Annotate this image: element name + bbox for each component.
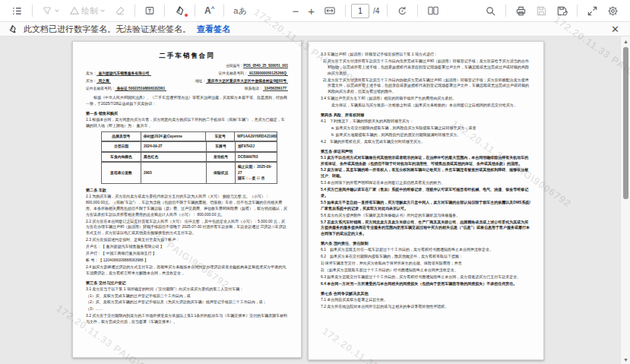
search-button[interactable]	[481, 3, 500, 19]
party-row-id: 证件名称及号码：身份证 500225198806182361 联系电话：1345…	[86, 86, 288, 92]
two-page-view-button[interactable]	[423, 3, 443, 18]
text-box-icon	[144, 5, 155, 16]
two-page-view-icon	[427, 5, 439, 16]
paragraph-line: 第六条 违约责任、责任限制	[321, 240, 531, 246]
signature-notification-bar: 此文档已进行数字签名。无法验证某些签名。 查看签名 ✕	[0, 22, 630, 36]
table-value: 浙F97H2J	[236, 142, 277, 152]
scrollbar[interactable]: ▲ ▼	[620, 36, 630, 364]
contract-title: 二手车销售合同	[86, 51, 288, 61]
paragraph-line: 开户行：【 中国工商银行嘉兴南湖支行 】	[86, 251, 288, 257]
draw-button[interactable]: 绘制	[65, 3, 109, 19]
signature-pen-icon	[8, 24, 17, 34]
table-label: 车牌号	[207, 142, 236, 152]
scrollbar-down-arrow[interactable]: ▼	[621, 355, 630, 364]
pdf-viewer-window: 绘制 A^	[0, 0, 630, 364]
paragraph-line: b. 如果买方逾期提取车辆的，则风险自约定的原交付期限届满时转移至买方。	[321, 132, 531, 138]
save-as-button[interactable]	[552, 3, 571, 19]
paragraph-line: 2.1 为购买车辆，买方应向卖方或卖方委托代收款方支付的车款为人民币（大写） 捌…	[86, 194, 288, 218]
table-value: WP1AA29Y6RDA21980	[235, 132, 277, 142]
zoom-in-button[interactable]: +	[304, 3, 318, 19]
toc-button[interactable]	[8, 3, 27, 19]
scrollbar-thumb[interactable]	[623, 47, 628, 199]
paragraph-line: 1) 买方应于买方付清所有车款后五个工作日内负责完成车辆过户和（如适用）转籍登记…	[321, 59, 531, 77]
fullscreen-button[interactable]	[583, 3, 602, 19]
paragraph-line: 卖方保证，车辆系以与买方最后一次检验之时或（如果买方未检验的）本合同签订之日相同…	[321, 103, 531, 109]
page-input[interactable]	[351, 4, 369, 18]
page1-bottom-paragraphs: 第二条 车款2.1 为购买车辆，买方应向卖方或卖方委托代收款方支付的车款为人民币…	[86, 187, 288, 325]
party-row-seller: 卖方：嘉兴捷骏汽车销售服务有限公司 证件名称及号码：91330000050125…	[86, 71, 288, 77]
font-size-icon: A^	[204, 5, 214, 16]
toolbar: 绘制 A^	[0, 0, 630, 22]
text-box-button[interactable]	[141, 3, 159, 18]
table-label: 发动机号	[207, 153, 236, 163]
gear-icon	[607, 5, 619, 17]
toc-icon	[11, 5, 23, 17]
view-signatures-link[interactable]: 查看签名	[197, 24, 230, 35]
zoom-out-button[interactable]: −	[288, 3, 302, 19]
print-button[interactable]	[511, 3, 530, 19]
highlighter-icon	[42, 5, 52, 16]
table-label: 里程表公里数	[102, 163, 141, 183]
divider	[417, 5, 418, 17]
table-row: 首登日期 2024-09-27 车牌号 浙F97H2J	[101, 141, 277, 152]
paragraph-line: 2.2 买方应在本合同签订之日支付首笔车款人民币（大写） 伍仟元整 ，其中包括定…	[86, 219, 288, 237]
divider	[387, 5, 388, 17]
paragraph-line: 5.1 卖方不以任何方式对车辆做任何其他明示或者暗示的保证，在法律许可的最大范围…	[321, 155, 531, 167]
table-label: 车架号	[206, 132, 235, 142]
paragraph-line: 7.2 卖方所在地法院对本合同所引起的或与之相关的争议享有排他性管辖权。	[321, 304, 531, 310]
paragraph-line: 根据《中华人民共和国民法典》、《二手车流通管理办法》等有关法律法规，买卖双方本着…	[86, 95, 288, 107]
table-value: DCB999763	[236, 153, 277, 163]
eraser-button[interactable]	[111, 3, 129, 18]
paragraph-line: 5.5 如果卖方不是自始一直持有车辆的，买方理解卖方只是中间人，卖方对车辆的全部…	[321, 200, 531, 212]
paragraph-line: （2）买、卖双方完成车辆的过户登记手续以及（为买方贷款购买车辆）抵押登记手续后三…	[86, 299, 288, 305]
chevron-down-icon	[100, 8, 106, 14]
signature-button[interactable]	[170, 3, 189, 19]
page-count: /4	[373, 7, 379, 15]
save-button[interactable]	[532, 3, 551, 19]
pdf-page-2: 3.3 车辆过户和（如适用）转籍登记手续应按照以下第 1 项方式进行：1) 买方…	[308, 41, 544, 360]
save-as-icon	[556, 5, 568, 17]
close-icon[interactable]: ✕	[608, 24, 622, 35]
paragraph-line: 6.2 如果买方未在交付期限内提取车辆的，除其他救济外，卖方有权采取以下措施：	[321, 254, 531, 260]
paragraph-line: 5.2 卖方保证，其是车辆的唯一所有权人，有充分权利将车辆出让给买方，并且车辆没…	[321, 167, 531, 179]
paragraph-line: 4.1 下列情况下，车辆的毁损灭失的风险转移至买方：	[321, 119, 531, 125]
paragraph-line: 3.2 买方应于交付期限内到卖方的工作场所接受卖方依据以上第1.1条所列机动车与…	[86, 313, 288, 325]
paragraph-line: 1.1 根据本合同，卖方同意向买方出售，买方同意向卖方购买以下所列的二手机动车（…	[86, 117, 288, 129]
eraser-icon	[115, 5, 125, 16]
page1-top-paragraphs: 根据《中华人民共和国民法典》、《二手车流通管理办法》等有关法律法规，买卖双方本着…	[86, 95, 288, 129]
paragraph-line: 第七条 合同争议解决及其他	[321, 290, 531, 296]
fit-width-button[interactable]	[320, 3, 340, 18]
buyer-phone: 13456356177	[263, 87, 288, 91]
contract-number-row: 合同编号：POS_0540_25_S00051_001	[86, 63, 288, 68]
table-row: 车身内饰颜色 黑色红色 发动机号 DCB999763	[101, 152, 277, 163]
buyer-id: 身份证 500225198806182361	[115, 87, 166, 91]
toolbar-left-group: 绘制 A^	[8, 3, 251, 19]
rotate-icon	[397, 5, 408, 17]
table-value: 2903	[141, 163, 207, 183]
translate-button[interactable]: aあ	[230, 3, 250, 19]
rotate-button[interactable]	[393, 3, 412, 19]
font-size-button[interactable]: A^	[201, 3, 218, 18]
divider	[32, 5, 33, 17]
scrollbar-up-arrow[interactable]: ▲	[621, 36, 630, 46]
table-value: 黑色红色	[141, 153, 207, 163]
paragraph-line: 5.4 买方已查阅并确认该车在厂家（售后）系统中的维修记录、理赔并认可该车可能含…	[321, 187, 531, 199]
print-icon	[515, 5, 527, 17]
paragraph-line: 帐 号：【 1204066009888063988 】	[86, 258, 288, 264]
highlighter-button[interactable]	[38, 3, 64, 18]
vehicle-table: 品牌及型号 保时捷2024 款Cayenne 车架号 WP1AA29Y6RDA2…	[101, 131, 277, 184]
paragraph-line: （3）……	[86, 306, 288, 312]
translate-icon: aあ	[233, 5, 246, 17]
settings-button[interactable]	[603, 3, 622, 19]
party-row-buyer: 买方：周之燕 地址：重庆市大足区重庆市大足区中敖镇金村盐6组60号	[86, 78, 288, 84]
paragraph-line: 6.4 本合同一方对另一方所遭受的与本合同相关的间接损失（包括由于使用车辆而导致…	[321, 281, 531, 287]
zoom-in-icon: +	[308, 5, 315, 17]
paragraph-line: a. 如果买方在交付期限内提取车辆，则风险自买方实际提取车辆之日转移至买方；或者	[321, 125, 531, 131]
divider	[164, 5, 165, 17]
table-label: 品牌及型号	[102, 132, 141, 142]
fullscreen-icon	[587, 5, 598, 17]
paragraph-line: 5.6 卖方向买方提供附件《车辆状况及保修确认书》所约定的车辆状况与保修服务。	[321, 213, 531, 219]
toolbar-right-group	[481, 3, 622, 19]
paragraph-line: 第四条 风险、所有权转移	[321, 112, 531, 118]
draw-label: 绘制	[81, 5, 98, 17]
